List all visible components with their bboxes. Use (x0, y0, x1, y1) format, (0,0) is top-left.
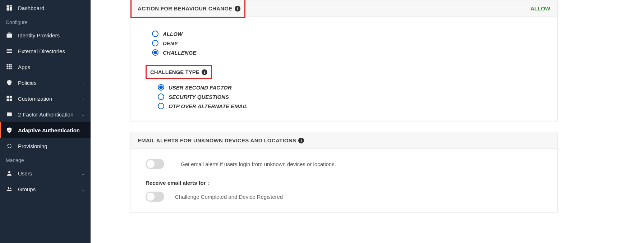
sidebar-item-identity-providers[interactable]: Identity Providers (0, 27, 91, 43)
sidebar-section-configure: Configure (0, 16, 91, 27)
chevron-down-icon (81, 187, 85, 191)
radio-allow[interactable]: ALLOW (152, 29, 547, 38)
svg-rect-19 (10, 99, 12, 101)
list-icon (6, 47, 13, 55)
panel-header: EMAIL ALERTS FOR UNKNOWN DEVICES AND LOC… (130, 132, 557, 149)
radio-label: DENY (163, 40, 178, 46)
svg-rect-8 (9, 64, 10, 66)
svg-rect-15 (10, 68, 12, 69)
svg-rect-5 (7, 51, 12, 51)
sidebar-item-label: Adaptive Authentication (18, 127, 80, 133)
shield-check-icon (6, 127, 13, 134)
radio-otp-alternate-email[interactable]: OTP OVER ALTERNATE EMAIL (158, 101, 547, 111)
svg-rect-1 (10, 5, 12, 7)
sidebar-item-label: Policies (18, 80, 37, 86)
sidebar-item-policies[interactable]: Policies (0, 75, 91, 91)
panel-action-behaviour: ACTION FOR BEHAVIOUR CHANGE i ALLOW ALLO… (130, 0, 558, 122)
dashboard-icon (6, 4, 13, 12)
radio-group-challenge-type: USER SECOND FACTOR SECURITY QUESTIONS OT… (158, 83, 547, 111)
chevron-down-icon (81, 97, 85, 100)
chevron-down-icon (81, 113, 85, 116)
sidebar-item-adaptive-auth[interactable]: Adaptive Authentication (0, 122, 91, 138)
sidebar-item-customization[interactable]: Customization (0, 91, 91, 106)
svg-rect-14 (9, 68, 10, 69)
svg-rect-6 (7, 52, 12, 53)
panel-title-text: EMAIL ALERTS FOR UNKNOWN DEVICES AND LOC… (138, 137, 296, 143)
radio-label: CHALLENGE (163, 50, 196, 56)
user-icon (6, 170, 13, 177)
panel-email-alerts: EMAIL ALERTS FOR UNKNOWN DEVICES AND LOC… (130, 132, 558, 213)
radio-challenge[interactable]: CHALLENGE (152, 48, 547, 57)
svg-rect-20 (7, 113, 12, 116)
keypad-icon (6, 111, 13, 118)
svg-rect-3 (7, 8, 9, 11)
svg-rect-4 (7, 49, 12, 50)
sidebar-item-label: Provisioning (18, 143, 47, 149)
radio-icon (158, 103, 164, 109)
puzzle-icon (6, 95, 13, 102)
radio-label: SECURITY QUESTIONS (169, 94, 229, 100)
challenge-type-title: CHALLENGE TYPE (150, 69, 199, 75)
toggle-description: Get email alerts if users login from unk… (181, 161, 336, 167)
main-content: ACTION FOR BEHAVIOUR CHANGE i ALLOW ALLO… (91, 0, 644, 243)
sidebar-item-2fa[interactable]: 2-Factor Authentication (0, 106, 91, 122)
panel-body: ALLOW DENY CHALLENGE CHALLENGE TYPE i (130, 17, 557, 122)
svg-rect-18 (7, 99, 9, 101)
svg-rect-10 (7, 66, 8, 68)
toggle-challenge-completed[interactable] (146, 192, 164, 202)
info-icon[interactable]: i (235, 6, 240, 12)
sidebar-item-provisioning[interactable]: Provisioning (0, 138, 91, 154)
sidebar-item-label: Customization (18, 96, 52, 102)
sidebar-item-label: Dashboard (18, 5, 44, 11)
sidebar-item-label: External Directories (18, 48, 65, 54)
toggle-knob (147, 160, 155, 168)
svg-point-21 (8, 171, 10, 173)
sync-icon (6, 142, 13, 150)
sidebar-item-label: Apps (18, 64, 30, 70)
svg-point-22 (8, 187, 10, 189)
sidebar-section-manage: Manage (0, 154, 91, 165)
info-icon[interactable]: i (202, 69, 207, 75)
challenge-type-heading: CHALLENGE TYPE i (146, 65, 547, 79)
radio-group-action: ALLOW DENY CHALLENGE (152, 29, 547, 57)
radio-label: OTP OVER ALTERNATE EMAIL (169, 103, 248, 109)
grid-icon (6, 63, 13, 70)
highlight-box: CHALLENGE TYPE i (146, 65, 212, 79)
toggle-knob (147, 193, 155, 201)
panel-title-text: ACTION FOR BEHAVIOUR CHANGE (138, 5, 233, 12)
radio-user-second-factor[interactable]: USER SECOND FACTOR (158, 83, 547, 92)
svg-rect-7 (7, 64, 8, 66)
sidebar-item-dashboard[interactable]: Dashboard (0, 0, 91, 16)
radio-icon (158, 84, 164, 91)
radio-deny[interactable]: DENY (152, 38, 547, 48)
svg-rect-11 (9, 66, 10, 68)
svg-rect-17 (10, 96, 12, 98)
radio-icon (158, 93, 164, 100)
radio-label: USER SECOND FACTOR (169, 84, 232, 91)
sidebar-item-groups[interactable]: Groups (0, 181, 91, 197)
chevron-down-icon (81, 81, 85, 84)
sidebar-item-label: Groups (18, 186, 36, 192)
svg-rect-13 (7, 68, 8, 69)
toggle-description: Challenge Completed and Device Registere… (175, 194, 283, 200)
group-icon (6, 185, 13, 193)
radio-icon (152, 31, 158, 37)
shield-icon (6, 79, 13, 86)
info-icon[interactable]: i (298, 138, 304, 143)
sidebar-item-label: 2-Factor Authentication (18, 111, 73, 118)
id-card-icon (6, 32, 13, 39)
sidebar-item-apps[interactable]: Apps (0, 59, 91, 75)
toggle-email-alerts[interactable] (146, 159, 164, 169)
svg-point-23 (10, 188, 12, 189)
radio-security-questions[interactable]: SECURITY QUESTIONS (158, 92, 547, 101)
panel-header: ACTION FOR BEHAVIOUR CHANGE i ALLOW (130, 0, 557, 17)
receive-alerts-heading: Receive email alerts for : (146, 180, 547, 186)
sidebar-item-label: Identity Providers (18, 32, 60, 38)
sidebar-item-users[interactable]: Users (0, 165, 91, 181)
radio-icon (152, 40, 158, 46)
panel-body: Get email alerts if users login from unk… (130, 149, 557, 212)
sidebar-item-external-directories[interactable]: External Directories (0, 43, 91, 59)
radio-label: ALLOW (163, 31, 183, 37)
sidebar-item-label: Users (18, 170, 32, 176)
chevron-down-icon (81, 171, 85, 175)
